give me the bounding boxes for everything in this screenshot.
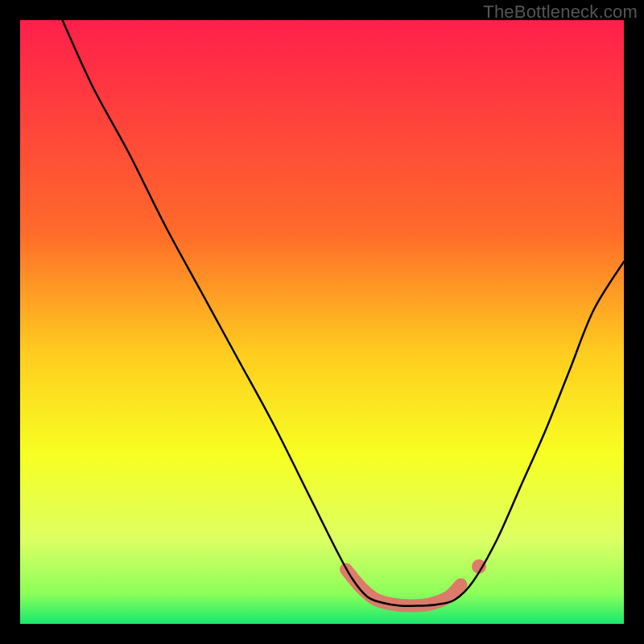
plot-area xyxy=(20,20,624,624)
gradient-background xyxy=(20,20,624,624)
chart-svg xyxy=(20,20,624,624)
chart-stage: TheBottleneck.com xyxy=(0,0,644,644)
